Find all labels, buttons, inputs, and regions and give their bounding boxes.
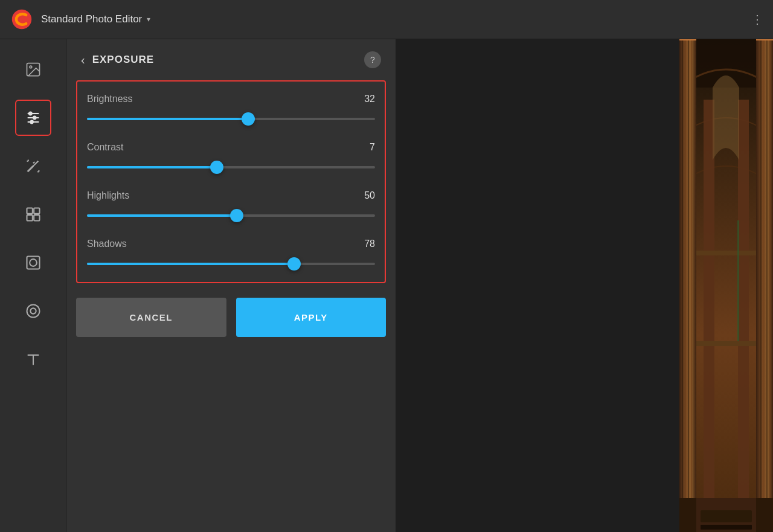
app-title: Standard Photo Editor bbox=[41, 13, 142, 25]
help-button[interactable]: ? bbox=[364, 51, 381, 68]
sidebar-item-text[interactable] bbox=[15, 341, 51, 377]
svg-point-20 bbox=[30, 259, 37, 266]
contrast-value: 7 bbox=[370, 142, 375, 153]
shadows-slider-group: Shadows 78 bbox=[87, 231, 375, 277]
highlights-slider[interactable] bbox=[87, 210, 375, 222]
topbar-overflow[interactable]: ⋮ bbox=[751, 12, 763, 27]
svg-rect-47 bbox=[756, 39, 773, 40]
cancel-button[interactable]: CANCEL bbox=[76, 298, 226, 337]
svg-rect-45 bbox=[737, 220, 739, 341]
panel-header: ‹ EXPOSURE ? bbox=[66, 39, 396, 80]
contrast-slider-group: Contrast 7 bbox=[87, 135, 375, 181]
app-logo bbox=[10, 7, 34, 31]
sidebar-item-image[interactable] bbox=[15, 51, 51, 88]
svg-point-21 bbox=[27, 305, 39, 318]
svg-line-14 bbox=[33, 162, 34, 163]
shadows-slider[interactable] bbox=[87, 258, 375, 270]
sidebar-item-layers[interactable] bbox=[15, 196, 51, 232]
panel-title: EXPOSURE bbox=[92, 54, 357, 66]
brightness-slider-group: Brightness 32 bbox=[87, 86, 375, 132]
svg-rect-40 bbox=[696, 341, 756, 346]
brightness-value: 32 bbox=[364, 94, 375, 104]
sliders-container: Brightness 32 Contrast 7 bbox=[76, 80, 386, 283]
svg-rect-43 bbox=[701, 510, 752, 522]
svg-point-7 bbox=[33, 117, 36, 120]
highlights-label: Highlights bbox=[87, 190, 129, 201]
shadows-value: 78 bbox=[364, 239, 375, 249]
contrast-slider[interactable] bbox=[87, 161, 375, 173]
svg-rect-18 bbox=[34, 215, 39, 220]
sidebar-item-magic[interactable] bbox=[15, 148, 51, 184]
brightness-label: Brightness bbox=[87, 94, 133, 104]
svg-rect-17 bbox=[27, 215, 32, 220]
svg-rect-39 bbox=[696, 251, 756, 255]
sidebar-item-filters[interactable] bbox=[15, 245, 51, 281]
topbar: Standard Photo Editor ▾ ⋮ bbox=[0, 0, 773, 39]
sidebar-item-adjustments[interactable] bbox=[15, 100, 51, 136]
svg-point-8 bbox=[30, 121, 33, 124]
svg-point-2 bbox=[30, 66, 32, 68]
svg-rect-19 bbox=[27, 257, 39, 269]
svg-rect-29 bbox=[704, 100, 714, 532]
app-title-area[interactable]: Standard Photo Editor ▾ bbox=[41, 13, 150, 25]
church-image bbox=[679, 39, 773, 532]
svg-rect-44 bbox=[701, 525, 752, 530]
apply-button[interactable]: APPLY bbox=[236, 298, 386, 337]
svg-rect-30 bbox=[738, 100, 749, 532]
svg-rect-28 bbox=[756, 39, 773, 532]
contrast-label: Contrast bbox=[87, 142, 123, 153]
highlights-value: 50 bbox=[364, 190, 375, 201]
svg-point-22 bbox=[30, 308, 36, 313]
back-button[interactable]: ‹ bbox=[81, 53, 85, 67]
exposure-panel: ‹ EXPOSURE ? Brightness 32 bbox=[66, 39, 396, 532]
left-sidebar bbox=[0, 39, 66, 532]
brightness-slider[interactable] bbox=[87, 113, 375, 125]
main-layout: ‹ EXPOSURE ? Brightness 32 bbox=[0, 39, 773, 532]
canvas-area bbox=[396, 39, 773, 532]
svg-rect-27 bbox=[679, 39, 696, 532]
svg-rect-46 bbox=[679, 39, 696, 40]
action-buttons: CANCEL APPLY bbox=[66, 283, 396, 351]
title-dropdown-icon: ▾ bbox=[147, 15, 150, 24]
svg-rect-16 bbox=[34, 208, 39, 214]
highlights-slider-group: Highlights 50 bbox=[87, 183, 375, 229]
shadows-label: Shadows bbox=[87, 239, 127, 249]
svg-point-6 bbox=[29, 112, 32, 115]
svg-rect-15 bbox=[27, 208, 32, 214]
svg-point-0 bbox=[12, 10, 31, 29]
sidebar-item-frame[interactable] bbox=[15, 293, 51, 329]
